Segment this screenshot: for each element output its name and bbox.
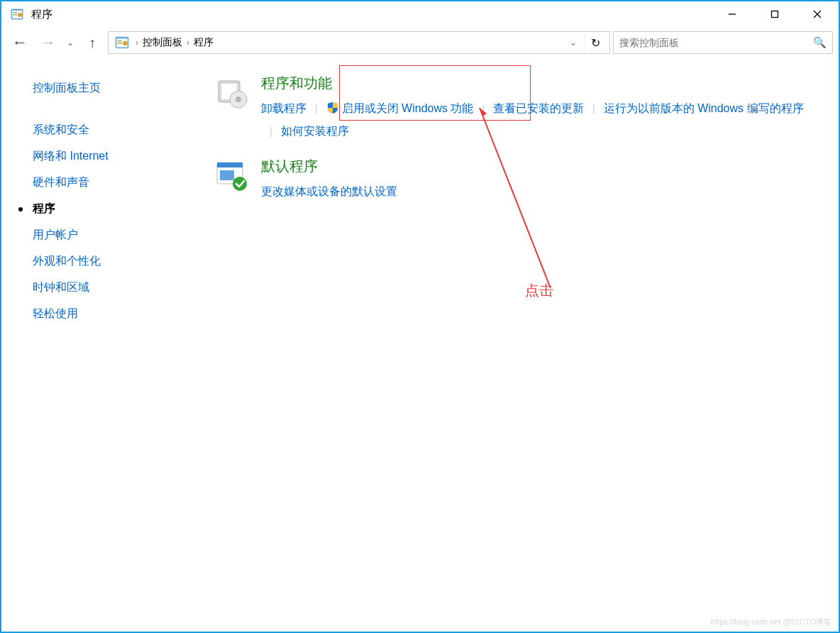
default-programs-icon: [214, 158, 248, 192]
link-uninstall[interactable]: 卸载程序: [261, 97, 306, 120]
svg-rect-6: [772, 11, 778, 18]
link-how-to-install[interactable]: 如何安装程序: [281, 120, 349, 143]
minimize-button[interactable]: [711, 1, 753, 27]
refresh-button[interactable]: ↻: [584, 32, 607, 53]
chevron-right-icon[interactable]: ›: [185, 38, 191, 48]
sidebar-item-hardware[interactable]: 硬件和声音: [33, 170, 190, 196]
svg-rect-11: [117, 40, 122, 42]
breadcrumb-programs[interactable]: 程序: [191, 36, 216, 49]
svg-point-4: [18, 13, 22, 17]
category-default-programs: 默认程序 更改媒体或设备的默认设置: [214, 157, 823, 203]
shield-icon: [326, 101, 339, 114]
sidebar-item-clock-region[interactable]: 时钟和区域: [33, 275, 190, 301]
link-windows-features-label: 启用或关闭 Windows 功能: [342, 102, 474, 114]
address-bar[interactable]: › 控制面板 › 程序 ⌄ ↻: [108, 31, 610, 54]
sidebar-home-link[interactable]: 控制面板主页: [33, 81, 190, 96]
search-input[interactable]: [619, 37, 813, 48]
svg-rect-3: [13, 14, 17, 16]
recent-dropdown[interactable]: ⌄: [64, 38, 77, 48]
control-panel-icon: [114, 35, 130, 50]
sidebar-item-system-security[interactable]: 系统和安全: [33, 117, 190, 143]
titlebar: 程序: [1, 1, 839, 27]
back-button[interactable]: ←: [7, 30, 33, 55]
sidebar-item-ease-of-access[interactable]: 轻松使用: [33, 301, 190, 327]
svg-rect-2: [13, 12, 17, 13]
sidebar-item-appearance[interactable]: 外观和个性化: [33, 248, 190, 275]
up-button[interactable]: ↑: [79, 30, 105, 55]
sidebar-item-programs[interactable]: 程序: [33, 196, 190, 222]
forward-button[interactable]: →: [35, 30, 61, 55]
main-pane: 程序和功能 卸载程序 | 启用或关闭 Windows 功能 |: [207, 61, 839, 632]
control-panel-icon: [10, 7, 24, 21]
sidebar: 控制面板主页 系统和安全 网络和 Internet 硬件和声音 程序 用户帐户 …: [1, 61, 207, 632]
category-programs-features: 程序和功能 卸载程序 | 启用或关闭 Windows 功能 |: [214, 74, 823, 143]
watermark: https://blog.csdn.net @51CTO博客: [711, 617, 831, 627]
svg-rect-12: [117, 43, 122, 44]
link-media-defaults[interactable]: 更改媒体或设备的默认设置: [261, 180, 397, 203]
category-title-programs[interactable]: 程序和功能: [261, 74, 823, 93]
search-bar[interactable]: 🔍: [613, 31, 833, 54]
category-title-defaults[interactable]: 默认程序: [261, 157, 823, 176]
sidebar-item-network[interactable]: 网络和 Internet: [33, 143, 190, 170]
link-windows-features[interactable]: 启用或关闭 Windows 功能: [326, 97, 474, 120]
chevron-right-icon[interactable]: ›: [134, 38, 140, 48]
address-dropdown[interactable]: ⌄: [564, 38, 582, 48]
window-controls: [711, 1, 839, 27]
link-view-updates[interactable]: 查看已安装的更新: [493, 97, 584, 120]
content-area: 控制面板主页 系统和安全 网络和 Internet 硬件和声音 程序 用户帐户 …: [1, 61, 839, 632]
svg-rect-20: [220, 170, 234, 180]
annotation-label: 点击: [525, 281, 553, 300]
separator: |: [261, 120, 281, 143]
link-compatibility[interactable]: 运行为以前版本的 Windows 编写的程序: [604, 97, 804, 120]
separator: |: [306, 97, 326, 120]
maximize-icon: [770, 10, 779, 18]
navbar: ← → ⌄ ↑ › 控制面板 › 程序 ⌄ ↻ 🔍: [1, 27, 839, 58]
separator: |: [473, 97, 493, 120]
search-icon[interactable]: 🔍: [813, 36, 827, 49]
window-title: 程序: [31, 8, 52, 21]
minimize-icon: [728, 10, 736, 18]
separator: |: [584, 97, 604, 120]
svg-point-21: [233, 177, 247, 191]
svg-point-17: [236, 97, 241, 102]
programs-features-icon: [214, 75, 248, 109]
svg-point-13: [123, 41, 128, 46]
sidebar-item-users[interactable]: 用户帐户: [33, 222, 190, 248]
svg-rect-19: [217, 163, 243, 167]
close-icon: [813, 10, 822, 18]
close-button[interactable]: [796, 1, 839, 27]
breadcrumb-control-panel[interactable]: 控制面板: [140, 36, 185, 49]
maximize-button[interactable]: [753, 1, 796, 27]
